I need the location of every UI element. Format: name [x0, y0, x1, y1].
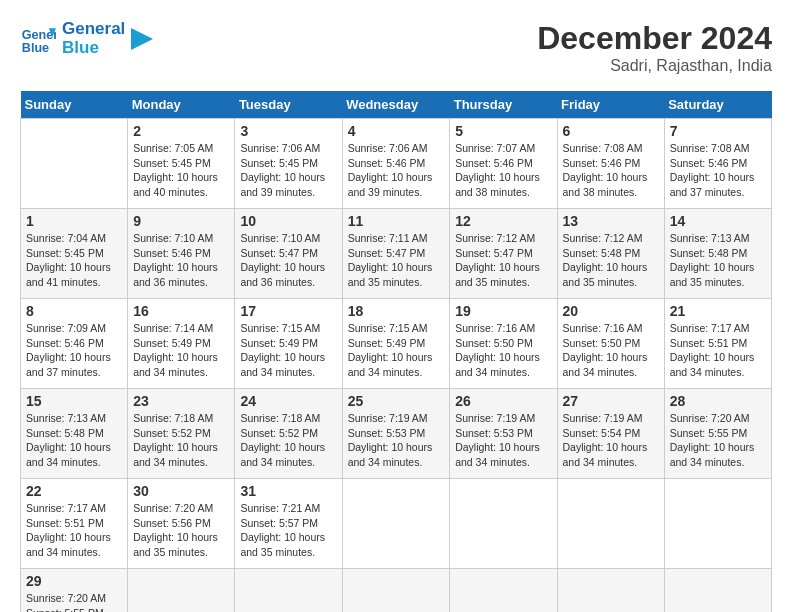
page-header: General Blue General Blue December 2024 …: [20, 20, 772, 75]
day-info: Sunrise: 7:12 AM Sunset: 5:47 PM Dayligh…: [455, 231, 551, 290]
calendar-cell: 19Sunrise: 7:16 AM Sunset: 5:50 PM Dayli…: [450, 299, 557, 389]
calendar-cell: 13Sunrise: 7:12 AM Sunset: 5:48 PM Dayli…: [557, 209, 664, 299]
calendar-cell: 23Sunrise: 7:18 AM Sunset: 5:52 PM Dayli…: [128, 389, 235, 479]
day-number: 26: [455, 393, 551, 409]
day-number: 8: [26, 303, 122, 319]
logo-arrow-icon: [131, 28, 153, 50]
calendar-row: 15Sunrise: 7:13 AM Sunset: 5:48 PM Dayli…: [21, 389, 772, 479]
calendar-cell: [557, 569, 664, 613]
day-info: Sunrise: 7:15 AM Sunset: 5:49 PM Dayligh…: [348, 321, 445, 380]
calendar-cell: [557, 479, 664, 569]
day-info: Sunrise: 7:10 AM Sunset: 5:47 PM Dayligh…: [240, 231, 336, 290]
day-number: 25: [348, 393, 445, 409]
day-number: 12: [455, 213, 551, 229]
calendar-cell: 29Sunrise: 7:20 AM Sunset: 5:55 PM Dayli…: [21, 569, 128, 613]
day-number: 18: [348, 303, 445, 319]
day-number: 13: [563, 213, 659, 229]
calendar-cell: 28Sunrise: 7:20 AM Sunset: 5:55 PM Dayli…: [664, 389, 771, 479]
calendar-cell: [235, 569, 342, 613]
day-info: Sunrise: 7:11 AM Sunset: 5:47 PM Dayligh…: [348, 231, 445, 290]
calendar-cell: 3Sunrise: 7:06 AM Sunset: 5:45 PM Daylig…: [235, 119, 342, 209]
calendar-cell: 12Sunrise: 7:12 AM Sunset: 5:47 PM Dayli…: [450, 209, 557, 299]
day-number: 7: [670, 123, 766, 139]
calendar-cell: 10Sunrise: 7:10 AM Sunset: 5:47 PM Dayli…: [235, 209, 342, 299]
calendar-cell: 30Sunrise: 7:20 AM Sunset: 5:56 PM Dayli…: [128, 479, 235, 569]
day-number: 15: [26, 393, 122, 409]
calendar-cell: 2Sunrise: 7:05 AM Sunset: 5:45 PM Daylig…: [128, 119, 235, 209]
logo: General Blue General Blue: [20, 20, 153, 57]
day-info: Sunrise: 7:18 AM Sunset: 5:52 PM Dayligh…: [133, 411, 229, 470]
day-info: Sunrise: 7:05 AM Sunset: 5:45 PM Dayligh…: [133, 141, 229, 200]
col-thursday: Thursday: [450, 91, 557, 119]
col-tuesday: Tuesday: [235, 91, 342, 119]
day-number: 20: [563, 303, 659, 319]
day-number: 19: [455, 303, 551, 319]
calendar-cell: 16Sunrise: 7:14 AM Sunset: 5:49 PM Dayli…: [128, 299, 235, 389]
day-info: Sunrise: 7:14 AM Sunset: 5:49 PM Dayligh…: [133, 321, 229, 380]
day-number: 27: [563, 393, 659, 409]
calendar-cell: [450, 569, 557, 613]
calendar-row: 29Sunrise: 7:20 AM Sunset: 5:55 PM Dayli…: [21, 569, 772, 613]
calendar-cell: 8Sunrise: 7:09 AM Sunset: 5:46 PM Daylig…: [21, 299, 128, 389]
day-number: 14: [670, 213, 766, 229]
calendar-table: Sunday Monday Tuesday Wednesday Thursday…: [20, 91, 772, 612]
calendar-row: 8Sunrise: 7:09 AM Sunset: 5:46 PM Daylig…: [21, 299, 772, 389]
day-info: Sunrise: 7:16 AM Sunset: 5:50 PM Dayligh…: [455, 321, 551, 380]
calendar-cell: 18Sunrise: 7:15 AM Sunset: 5:49 PM Dayli…: [342, 299, 450, 389]
day-info: Sunrise: 7:08 AM Sunset: 5:46 PM Dayligh…: [670, 141, 766, 200]
calendar-cell: 1Sunrise: 7:04 AM Sunset: 5:45 PM Daylig…: [21, 209, 128, 299]
day-info: Sunrise: 7:20 AM Sunset: 5:56 PM Dayligh…: [133, 501, 229, 560]
day-info: Sunrise: 7:10 AM Sunset: 5:46 PM Dayligh…: [133, 231, 229, 290]
day-info: Sunrise: 7:12 AM Sunset: 5:48 PM Dayligh…: [563, 231, 659, 290]
calendar-cell: 11Sunrise: 7:11 AM Sunset: 5:47 PM Dayli…: [342, 209, 450, 299]
day-info: Sunrise: 7:08 AM Sunset: 5:46 PM Dayligh…: [563, 141, 659, 200]
day-number: 17: [240, 303, 336, 319]
day-number: 24: [240, 393, 336, 409]
calendar-cell: [664, 479, 771, 569]
calendar-cell: 9Sunrise: 7:10 AM Sunset: 5:46 PM Daylig…: [128, 209, 235, 299]
calendar-cell: 20Sunrise: 7:16 AM Sunset: 5:50 PM Dayli…: [557, 299, 664, 389]
calendar-cell: 31Sunrise: 7:21 AM Sunset: 5:57 PM Dayli…: [235, 479, 342, 569]
day-info: Sunrise: 7:21 AM Sunset: 5:57 PM Dayligh…: [240, 501, 336, 560]
calendar-cell: [21, 119, 128, 209]
day-number: 28: [670, 393, 766, 409]
title-block: December 2024 Sadri, Rajasthan, India: [537, 20, 772, 75]
day-info: Sunrise: 7:04 AM Sunset: 5:45 PM Dayligh…: [26, 231, 122, 290]
day-number: 10: [240, 213, 336, 229]
svg-text:Blue: Blue: [22, 40, 49, 54]
calendar-row: 1Sunrise: 7:04 AM Sunset: 5:45 PM Daylig…: [21, 209, 772, 299]
subtitle: Sadri, Rajasthan, India: [537, 57, 772, 75]
day-number: 30: [133, 483, 229, 499]
col-monday: Monday: [128, 91, 235, 119]
day-info: Sunrise: 7:17 AM Sunset: 5:51 PM Dayligh…: [26, 501, 122, 560]
day-info: Sunrise: 7:15 AM Sunset: 5:49 PM Dayligh…: [240, 321, 336, 380]
calendar-cell: 14Sunrise: 7:13 AM Sunset: 5:48 PM Dayli…: [664, 209, 771, 299]
day-number: 3: [240, 123, 336, 139]
day-info: Sunrise: 7:20 AM Sunset: 5:55 PM Dayligh…: [670, 411, 766, 470]
calendar-cell: 5Sunrise: 7:07 AM Sunset: 5:46 PM Daylig…: [450, 119, 557, 209]
calendar-cell: 21Sunrise: 7:17 AM Sunset: 5:51 PM Dayli…: [664, 299, 771, 389]
header-row: Sunday Monday Tuesday Wednesday Thursday…: [21, 91, 772, 119]
calendar-cell: 17Sunrise: 7:15 AM Sunset: 5:49 PM Dayli…: [235, 299, 342, 389]
day-number: 9: [133, 213, 229, 229]
day-info: Sunrise: 7:19 AM Sunset: 5:54 PM Dayligh…: [563, 411, 659, 470]
day-info: Sunrise: 7:20 AM Sunset: 5:55 PM Dayligh…: [26, 591, 122, 612]
day-info: Sunrise: 7:16 AM Sunset: 5:50 PM Dayligh…: [563, 321, 659, 380]
calendar-cell: 25Sunrise: 7:19 AM Sunset: 5:53 PM Dayli…: [342, 389, 450, 479]
day-info: Sunrise: 7:19 AM Sunset: 5:53 PM Dayligh…: [455, 411, 551, 470]
day-info: Sunrise: 7:13 AM Sunset: 5:48 PM Dayligh…: [26, 411, 122, 470]
day-number: 29: [26, 573, 122, 589]
calendar-cell: 6Sunrise: 7:08 AM Sunset: 5:46 PM Daylig…: [557, 119, 664, 209]
calendar-cell: 4Sunrise: 7:06 AM Sunset: 5:46 PM Daylig…: [342, 119, 450, 209]
day-info: Sunrise: 7:06 AM Sunset: 5:46 PM Dayligh…: [348, 141, 445, 200]
calendar-cell: 15Sunrise: 7:13 AM Sunset: 5:48 PM Dayli…: [21, 389, 128, 479]
day-info: Sunrise: 7:18 AM Sunset: 5:52 PM Dayligh…: [240, 411, 336, 470]
calendar-cell: 26Sunrise: 7:19 AM Sunset: 5:53 PM Dayli…: [450, 389, 557, 479]
col-saturday: Saturday: [664, 91, 771, 119]
day-number: 23: [133, 393, 229, 409]
calendar-row: 2Sunrise: 7:05 AM Sunset: 5:45 PM Daylig…: [21, 119, 772, 209]
day-number: 5: [455, 123, 551, 139]
calendar-cell: [664, 569, 771, 613]
day-number: 11: [348, 213, 445, 229]
calendar-cell: 27Sunrise: 7:19 AM Sunset: 5:54 PM Dayli…: [557, 389, 664, 479]
